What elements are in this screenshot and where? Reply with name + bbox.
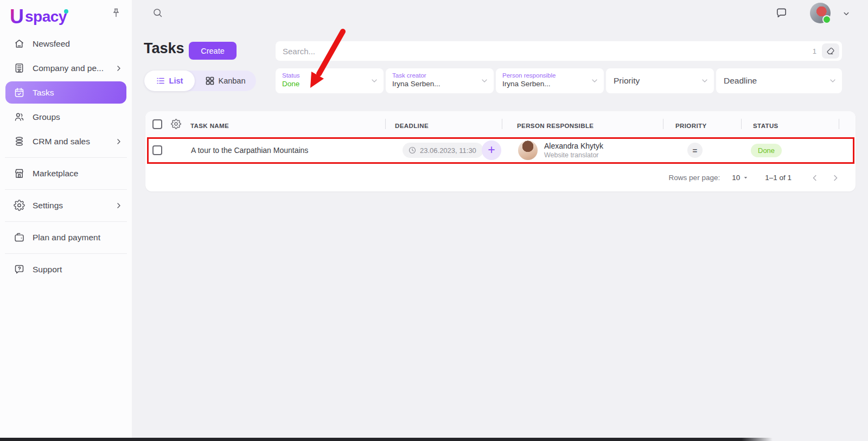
filter-person-responsible[interactable]: Person responsible Iryna Serben... <box>496 68 604 93</box>
search-icon[interactable] <box>152 7 163 18</box>
column-header-task-name[interactable]: TASK NAME <box>190 123 229 129</box>
rows-per-page-value: 10 <box>732 174 740 182</box>
sidebar-item-support[interactable]: Support <box>0 257 132 282</box>
sidebar-item-marketplace[interactable]: Marketplace <box>0 161 132 186</box>
table-row[interactable]: A tour to the Carpathian Mountains 23.06… <box>145 137 856 164</box>
sidebar-item-crm[interactable]: CRM and sales <box>0 129 132 154</box>
clock-icon <box>408 146 417 155</box>
filter-label: Priority <box>614 76 640 86</box>
sidebar-item-newsfeed[interactable]: Newsfeed <box>0 31 132 56</box>
calendar-check-icon <box>14 87 25 98</box>
sidebar-item-settings[interactable]: Settings <box>0 193 132 218</box>
brand-dot-icon <box>64 9 68 14</box>
filter-value: Iryna Serben... <box>502 79 590 88</box>
window-bottom-edge <box>0 438 773 441</box>
sidebar-item-label: Support <box>33 265 62 274</box>
column-header-person-responsible[interactable]: PERSON RESPONSIBLE <box>517 123 593 129</box>
user-avatar[interactable] <box>810 3 831 23</box>
brand-name: spacy <box>25 8 67 25</box>
filter-label: Task creator <box>392 72 480 79</box>
sidebar-item-plan[interactable]: Plan and payment <box>0 225 132 250</box>
filter-label: Deadline <box>724 76 757 86</box>
responsible-name[interactable]: Alexandra Khytyk <box>544 142 603 150</box>
status-badge[interactable]: Done <box>751 144 782 157</box>
rows-per-page-label: Rows per page: <box>669 174 720 182</box>
filter-label: Person responsible <box>502 72 590 79</box>
view-toggle: List Kanban <box>144 71 256 91</box>
list-icon <box>156 76 165 85</box>
chevron-down-icon <box>590 76 599 85</box>
brand-mark: U <box>10 7 23 27</box>
chevron-down-icon <box>370 76 379 85</box>
kanban-grid-icon <box>206 76 214 85</box>
filter-value: Iryna Serben... <box>392 79 480 88</box>
pin-sidebar-icon[interactable] <box>110 7 122 19</box>
filter-task-creator[interactable]: Task creator Iryna Serben... <box>386 68 494 93</box>
chevron-down-icon <box>828 76 837 85</box>
filter-value: Done <box>282 79 369 88</box>
sidebar-item-company[interactable]: Company and pe... <box>0 56 132 80</box>
next-page-icon[interactable] <box>831 173 840 183</box>
responsible-role: Website translator <box>544 151 599 159</box>
filter-deadline[interactable]: Deadline <box>716 68 842 93</box>
sidebar-item-label: Settings <box>33 201 63 210</box>
sidebar-item-label: Marketplace <box>33 169 78 178</box>
home-icon <box>14 38 25 49</box>
chevron-down-icon <box>480 76 489 85</box>
column-header-priority[interactable]: PRIORITY <box>675 123 707 129</box>
clear-filters-button[interactable] <box>822 43 839 59</box>
caret-down-icon <box>743 175 749 181</box>
chat-bubble-icon[interactable] <box>775 7 788 19</box>
tasks-search-bar: 1 <box>276 41 842 61</box>
tab-list-view[interactable]: List <box>144 71 195 91</box>
deadline-value: 23.06.2023, 11:30 <box>420 146 476 155</box>
select-all-checkbox[interactable] <box>152 119 162 129</box>
filter-label: Status <box>282 72 369 79</box>
database-icon <box>14 136 25 147</box>
rows-per-page-select[interactable]: 10 <box>732 174 749 182</box>
app-window: U spacy Newsfeed <box>0 0 868 441</box>
chevron-down-icon <box>700 76 709 85</box>
sidebar-item-tasks[interactable]: Tasks <box>5 81 126 104</box>
brand-logo[interactable]: U spacy <box>10 5 67 28</box>
add-observer-button[interactable]: + <box>482 140 501 160</box>
sidebar-item-label: Groups <box>33 112 60 122</box>
priority-medium-icon[interactable]: = <box>687 143 703 158</box>
sidebar-nav: Newsfeed Company and pe... <box>0 31 132 282</box>
previous-page-icon[interactable] <box>810 173 820 183</box>
column-divider <box>502 119 502 129</box>
filter-priority[interactable]: Priority <box>606 68 714 93</box>
deadline-pill: 23.06.2023, 11:30 <box>403 143 483 158</box>
sidebar-item-label: Tasks <box>33 88 54 98</box>
column-header-status[interactable]: STATUS <box>753 123 778 129</box>
column-header-deadline[interactable]: DEADLINE <box>395 123 429 129</box>
tab-kanban-view[interactable]: Kanban <box>195 71 256 91</box>
table-settings-gear-icon[interactable] <box>171 119 181 129</box>
chevron-right-icon <box>114 64 123 73</box>
building-icon <box>14 62 25 74</box>
sidebar-item-label: Company and pe... <box>33 63 104 73</box>
tab-label: List <box>169 76 183 85</box>
search-input[interactable] <box>276 47 813 56</box>
active-filter-count: 1 <box>813 47 816 55</box>
chevron-right-icon <box>114 137 123 146</box>
sidebar-item-label: Newsfeed <box>33 39 70 49</box>
help-bubble-icon <box>14 264 25 275</box>
sidebar-item-label: CRM and sales <box>33 137 90 146</box>
sidebar-divider <box>5 221 127 222</box>
online-status-dot <box>822 15 831 24</box>
column-divider <box>741 119 742 129</box>
chevron-down-icon[interactable] <box>841 9 851 18</box>
sidebar: U spacy Newsfeed <box>0 0 132 441</box>
task-name[interactable]: A tour to the Carpathian Mountains <box>191 146 308 155</box>
filter-status[interactable]: Status Done <box>276 68 384 93</box>
tasks-table: TASK NAME DEADLINE PERSON RESPONSIBLE PR… <box>145 111 856 191</box>
tab-label: Kanban <box>219 76 246 85</box>
create-button[interactable]: Create <box>189 42 237 60</box>
column-divider <box>385 119 386 129</box>
table-header: TASK NAME DEADLINE PERSON RESPONSIBLE PR… <box>145 111 856 137</box>
responsible-avatar[interactable] <box>518 140 538 160</box>
sidebar-divider <box>5 253 127 254</box>
sidebar-item-groups[interactable]: Groups <box>0 105 132 129</box>
row-checkbox[interactable] <box>152 145 162 155</box>
